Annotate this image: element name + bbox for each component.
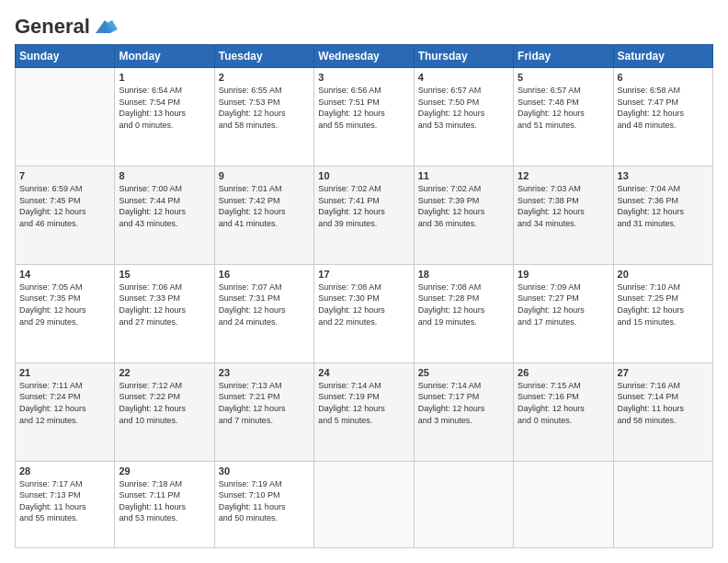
day-info: Sunrise: 7:05 AMSunset: 7:35 PMDaylight:… (19, 282, 110, 327)
calendar-cell (514, 461, 613, 547)
calendar-cell: 18Sunrise: 7:08 AMSunset: 7:28 PMDayligh… (414, 264, 513, 362)
day-number: 3 (318, 72, 409, 83)
calendar-cell: 11Sunrise: 7:02 AMSunset: 7:39 PMDayligh… (414, 166, 513, 264)
calendar-cell: 24Sunrise: 7:14 AMSunset: 7:19 PMDayligh… (314, 362, 414, 461)
day-number: 6 (618, 72, 709, 83)
calendar-cell: 30Sunrise: 7:19 AMSunset: 7:10 PMDayligh… (214, 461, 313, 547)
calendar-cell: 12Sunrise: 7:03 AMSunset: 7:38 PMDayligh… (514, 166, 613, 264)
calendar-cell: 5Sunrise: 6:57 AMSunset: 7:48 PMDaylight… (514, 68, 613, 167)
day-info: Sunrise: 7:01 AMSunset: 7:42 PMDaylight:… (219, 183, 310, 229)
day-number: 8 (119, 170, 210, 181)
weekday-header-saturday: Saturday (613, 45, 712, 68)
day-number: 16 (219, 269, 310, 280)
calendar-cell: 17Sunrise: 7:08 AMSunset: 7:30 PMDayligh… (314, 264, 414, 362)
day-number: 24 (318, 367, 409, 378)
calendar-cell (613, 461, 712, 547)
calendar-cell: 26Sunrise: 7:15 AMSunset: 7:16 PMDayligh… (514, 362, 613, 461)
logo: General (15, 15, 118, 35)
day-number: 20 (618, 269, 709, 280)
logo-icon (92, 17, 118, 37)
day-info: Sunrise: 7:04 AMSunset: 7:36 PMDaylight:… (618, 183, 709, 229)
day-info: Sunrise: 7:10 AMSunset: 7:25 PMDaylight:… (618, 282, 709, 327)
day-info: Sunrise: 7:14 AMSunset: 7:19 PMDaylight:… (318, 380, 409, 426)
calendar-cell: 9Sunrise: 7:01 AMSunset: 7:42 PMDaylight… (214, 166, 313, 264)
day-number: 11 (418, 170, 509, 181)
calendar-week-3: 14Sunrise: 7:05 AMSunset: 7:35 PMDayligh… (16, 264, 713, 362)
day-number: 29 (119, 465, 210, 477)
calendar-cell: 13Sunrise: 7:04 AMSunset: 7:36 PMDayligh… (613, 166, 712, 264)
calendar-cell: 23Sunrise: 7:13 AMSunset: 7:21 PMDayligh… (214, 362, 313, 461)
day-number: 12 (518, 170, 609, 181)
calendar-cell: 6Sunrise: 6:58 AMSunset: 7:47 PMDaylight… (613, 68, 712, 167)
day-info: Sunrise: 7:06 AMSunset: 7:33 PMDaylight:… (119, 282, 210, 327)
calendar-cell: 16Sunrise: 7:07 AMSunset: 7:31 PMDayligh… (214, 264, 313, 362)
weekday-header-tuesday: Tuesday (214, 45, 313, 68)
calendar-cell: 4Sunrise: 6:57 AMSunset: 7:50 PMDaylight… (414, 68, 513, 167)
day-number: 14 (19, 269, 110, 280)
day-number: 7 (19, 170, 110, 181)
calendar-week-1: 1Sunrise: 6:54 AMSunset: 7:54 PMDaylight… (16, 68, 713, 167)
calendar-cell: 2Sunrise: 6:55 AMSunset: 7:53 PMDaylight… (214, 68, 313, 167)
day-info: Sunrise: 7:15 AMSunset: 7:16 PMDaylight:… (518, 380, 609, 426)
day-info: Sunrise: 7:09 AMSunset: 7:27 PMDaylight:… (518, 282, 609, 327)
day-number: 17 (318, 269, 409, 280)
day-number: 22 (119, 367, 210, 378)
calendar-cell: 8Sunrise: 7:00 AMSunset: 7:44 PMDaylight… (115, 166, 214, 264)
calendar-cell: 20Sunrise: 7:10 AMSunset: 7:25 PMDayligh… (613, 264, 712, 362)
day-number: 19 (518, 269, 609, 280)
weekday-header-row: SundayMondayTuesdayWednesdayThursdayFrid… (16, 45, 713, 68)
calendar-cell: 21Sunrise: 7:11 AMSunset: 7:24 PMDayligh… (16, 362, 115, 461)
day-info: Sunrise: 7:16 AMSunset: 7:14 PMDaylight:… (618, 380, 709, 426)
day-number: 28 (19, 465, 110, 477)
day-number: 13 (618, 170, 709, 181)
calendar-table: SundayMondayTuesdayWednesdayThursdayFrid… (15, 44, 713, 548)
calendar-week-2: 7Sunrise: 6:59 AMSunset: 7:45 PMDaylight… (16, 166, 713, 264)
day-number: 4 (418, 72, 509, 83)
day-number: 26 (518, 367, 609, 378)
day-info: Sunrise: 6:58 AMSunset: 7:47 PMDaylight:… (618, 85, 709, 131)
header: General (15, 15, 713, 35)
calendar-cell (314, 461, 414, 547)
day-info: Sunrise: 7:02 AMSunset: 7:39 PMDaylight:… (418, 183, 509, 229)
day-info: Sunrise: 6:57 AMSunset: 7:50 PMDaylight:… (418, 85, 509, 131)
calendar-cell (16, 68, 115, 167)
day-info: Sunrise: 6:59 AMSunset: 7:45 PMDaylight:… (19, 183, 110, 229)
weekday-header-wednesday: Wednesday (314, 45, 414, 68)
day-number: 1 (119, 72, 210, 83)
weekday-header-thursday: Thursday (414, 45, 513, 68)
day-number: 9 (219, 170, 310, 181)
calendar-week-5: 28Sunrise: 7:17 AMSunset: 7:13 PMDayligh… (16, 461, 713, 547)
calendar-cell: 14Sunrise: 7:05 AMSunset: 7:35 PMDayligh… (16, 264, 115, 362)
weekday-header-monday: Monday (115, 45, 214, 68)
day-number: 25 (418, 367, 509, 378)
day-info: Sunrise: 7:18 AMSunset: 7:11 PMDaylight:… (119, 478, 210, 524)
day-info: Sunrise: 6:57 AMSunset: 7:48 PMDaylight:… (518, 85, 609, 131)
day-number: 27 (618, 367, 709, 378)
day-number: 5 (518, 72, 609, 83)
calendar-cell (414, 461, 513, 547)
calendar-cell: 19Sunrise: 7:09 AMSunset: 7:27 PMDayligh… (514, 264, 613, 362)
day-number: 10 (318, 170, 409, 181)
day-info: Sunrise: 6:55 AMSunset: 7:53 PMDaylight:… (219, 85, 310, 131)
logo-general: General (15, 15, 90, 39)
weekday-header-sunday: Sunday (16, 45, 115, 68)
day-number: 18 (418, 269, 509, 280)
calendar-cell: 15Sunrise: 7:06 AMSunset: 7:33 PMDayligh… (115, 264, 214, 362)
calendar-cell: 22Sunrise: 7:12 AMSunset: 7:22 PMDayligh… (115, 362, 214, 461)
day-info: Sunrise: 7:14 AMSunset: 7:17 PMDaylight:… (418, 380, 509, 426)
day-number: 21 (19, 367, 110, 378)
day-info: Sunrise: 7:12 AMSunset: 7:22 PMDaylight:… (119, 380, 210, 426)
day-info: Sunrise: 6:54 AMSunset: 7:54 PMDaylight:… (119, 85, 210, 131)
calendar-cell: 3Sunrise: 6:56 AMSunset: 7:51 PMDaylight… (314, 68, 414, 167)
day-number: 23 (219, 367, 310, 378)
day-info: Sunrise: 7:11 AMSunset: 7:24 PMDaylight:… (19, 380, 110, 426)
day-info: Sunrise: 7:02 AMSunset: 7:41 PMDaylight:… (318, 183, 409, 229)
day-number: 30 (219, 465, 310, 477)
day-info: Sunrise: 7:13 AMSunset: 7:21 PMDaylight:… (219, 380, 310, 426)
weekday-header-friday: Friday (514, 45, 613, 68)
calendar-cell: 10Sunrise: 7:02 AMSunset: 7:41 PMDayligh… (314, 166, 414, 264)
page: General SundayMondayTuesdayWednesdayThur… (0, 0, 728, 563)
calendar-cell: 25Sunrise: 7:14 AMSunset: 7:17 PMDayligh… (414, 362, 513, 461)
calendar-week-4: 21Sunrise: 7:11 AMSunset: 7:24 PMDayligh… (16, 362, 713, 461)
day-info: Sunrise: 7:07 AMSunset: 7:31 PMDaylight:… (219, 282, 310, 327)
